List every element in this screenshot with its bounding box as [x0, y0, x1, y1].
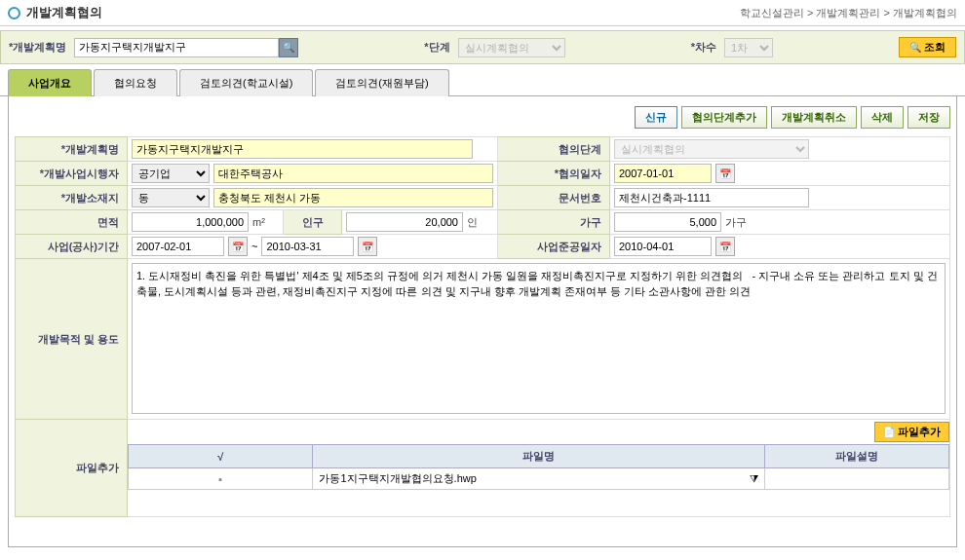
area-field[interactable] [132, 212, 249, 232]
period-start-field[interactable] [132, 237, 224, 256]
house-unit: 가구 [725, 215, 747, 230]
page-title: 개발계획협의 [26, 4, 102, 21]
file-check-header: √ [129, 445, 313, 468]
pop-field[interactable] [346, 212, 463, 232]
plan-lookup-button[interactable]: 🔍 [279, 38, 298, 57]
file-add-button[interactable]: 파일추가 [874, 422, 949, 442]
period-th: 사업(공사)기간 [16, 235, 128, 259]
pop-th: 인구 [284, 210, 342, 235]
period-end-cal-button[interactable]: 📅 [358, 237, 377, 256]
filter-icon[interactable]: ⧩ [750, 472, 758, 485]
breadcrumb: 학교신설관리 > 개발계획관리 > 개발계획협의 [740, 6, 957, 20]
action-bar: 신규 협의단계추가 개발계획취소 삭제 저장 [15, 102, 950, 136]
loc-th: *개발소재지 [16, 186, 128, 210]
loc-detail-field[interactable] [213, 188, 493, 207]
form-table: *개발계획명 협의단계 실시계획협의 *개발사업시행자 공기업 *협의일자 [15, 136, 950, 517]
tab-opinion-facility[interactable]: 검토의견(학교시설) [179, 69, 313, 96]
date-calendar-button[interactable]: 📅 [715, 164, 735, 183]
file-grid: √ 파일명 파일설명 가동1지구택지개발협의요청.hwp ⧩ [128, 444, 949, 490]
file-name-cell: 가동1지구택지개발협의요청.hwp [319, 471, 476, 486]
stage-select: 실시계획협의 [458, 38, 565, 57]
file-row[interactable]: 가동1지구택지개발협의요청.hwp ⧩ [129, 468, 949, 490]
owner-name-field[interactable] [213, 164, 493, 183]
search-bar: *개발계획명 🔍 *단계 실시계획협의 *차수 1차 조회 [0, 30, 965, 64]
file-desc-header: 파일설명 [764, 445, 948, 468]
tilde: ~ [251, 241, 257, 252]
file-name-header: 파일명 [313, 445, 764, 468]
search-button[interactable]: 조회 [899, 37, 956, 57]
period-start-cal-button[interactable]: 📅 [228, 237, 248, 256]
loc-type-select[interactable]: 동 [132, 188, 210, 207]
plan-name-th: *개발계획명 [16, 137, 128, 162]
cancel-plan-button[interactable]: 개발계획취소 [771, 106, 857, 129]
purpose-th: 개발목적 및 용도 [16, 259, 128, 420]
tab-bar: 사업개요 협의요청 검토의견(학교시설) 검토의견(재원부담) [0, 68, 965, 96]
completion-field[interactable] [614, 237, 712, 256]
plan-name-field[interactable] [132, 139, 473, 159]
completion-cal-button[interactable]: 📅 [715, 237, 735, 256]
date-field[interactable] [614, 164, 712, 183]
purpose-textarea[interactable] [132, 263, 946, 414]
house-th: 가구 [498, 210, 610, 235]
order-label: *차수 [691, 40, 716, 55]
stage-th: 협의단계 [498, 137, 610, 162]
area-unit: m² [252, 216, 265, 228]
plan-name-label: *개발계획명 [9, 40, 66, 55]
bullet-icon [8, 7, 20, 19]
completion-th: 사업준공일자 [498, 235, 610, 259]
plan-name-input[interactable] [74, 38, 279, 57]
tab-overview[interactable]: 사업개요 [8, 69, 92, 96]
new-button[interactable]: 신규 [635, 106, 677, 129]
delete-button[interactable]: 삭제 [861, 106, 904, 129]
docno-field[interactable] [614, 188, 809, 207]
save-button[interactable]: 저장 [907, 106, 950, 129]
owner-type-select[interactable]: 공기업 [132, 164, 210, 183]
page-header: 개발계획협의 학교신설관리 > 개발계획관리 > 개발계획협의 [0, 0, 965, 26]
file-th: 파일추가 [16, 420, 128, 517]
add-stage-button[interactable]: 협의단계추가 [681, 106, 767, 129]
content-panel: 신규 협의단계추가 개발계획취소 삭제 저장 *개발계획명 협의단계 실시계획협… [8, 96, 957, 547]
docno-th: 문서번호 [498, 186, 610, 210]
file-desc-cell[interactable] [764, 468, 948, 490]
pop-unit: 인 [467, 215, 478, 230]
area-th: 면적 [16, 210, 128, 235]
stage-field: 실시계획협의 [614, 139, 809, 159]
stage-label: *단계 [424, 40, 449, 55]
date-th: *협의일자 [498, 162, 610, 186]
tab-request[interactable]: 협의요청 [94, 69, 177, 96]
owner-th: *개발사업시행자 [16, 162, 128, 186]
document-icon [218, 473, 222, 485]
order-select: 1차 [724, 38, 773, 57]
tab-opinion-funding[interactable]: 검토의견(재원부담) [315, 69, 448, 96]
house-field[interactable] [614, 212, 721, 232]
period-end-field[interactable] [261, 237, 354, 256]
